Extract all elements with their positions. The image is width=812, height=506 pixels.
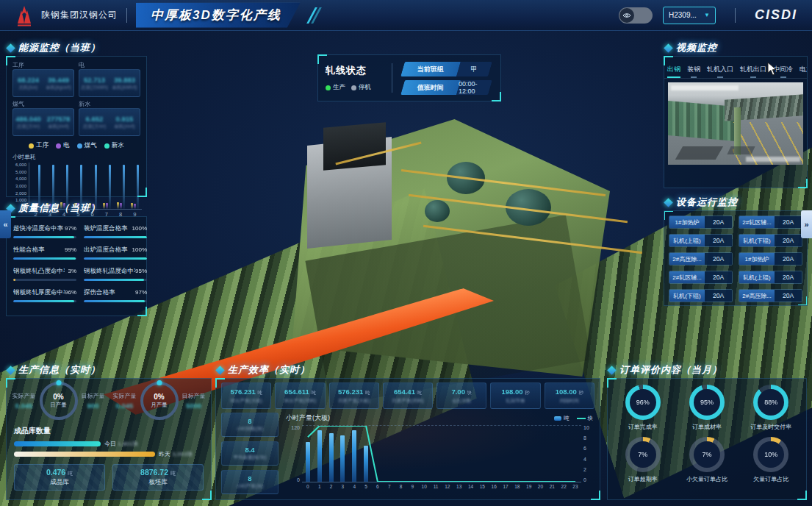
equipment-cell[interactable]: 1#加热炉20A (739, 252, 802, 266)
order-kpi-cell: 10%欠量订单占比 (741, 437, 802, 483)
quality-item-value: 97% (65, 225, 76, 232)
quality-item-value: 95% (135, 268, 147, 274)
actual-output-value: 0.045 (15, 402, 33, 410)
efficiency-unit: 吨 (417, 390, 423, 395)
stock-bar-text: 昨天 3,093块 (159, 450, 193, 458)
quality-item-value: 97% (135, 289, 147, 296)
energy-metric-unit: 单耗(m³/t) (48, 124, 69, 130)
equipment-current-value: 20A (705, 216, 732, 228)
legend-label: 煤气 (85, 141, 97, 150)
x-tick: 19 (523, 484, 535, 489)
mini-card-label: 小时产量(块) (237, 483, 264, 490)
status-dot-icon (326, 85, 331, 90)
ring-percent: 0% (154, 393, 164, 401)
legend-label: 块 (588, 415, 594, 422)
equipment-panel-title: 设备运行监控 (676, 196, 738, 209)
equipment-current-value: 20A (705, 290, 732, 302)
quality-item-label: 钢板终轧温度命中率 (84, 267, 135, 276)
panel-video: 视频监控 出钢装钢轧机入口轧机出口中间冷电加热 (664, 40, 808, 188)
quality-item-label: 性能合格率 (13, 246, 45, 254)
gem-icon (215, 366, 225, 375)
equipment-row: 2#轧区辅...20A轧机(上辊)20A (669, 271, 802, 284)
energy-group-label: 新水 (79, 100, 140, 108)
equipment-name: 2#轧区辅... (739, 216, 775, 228)
equipment-cell[interactable]: 1#加热炉20A (669, 215, 733, 229)
line-status-legend-item: 生产 (326, 83, 345, 92)
equipment-cell[interactable]: 2#轧区辅...20A (669, 271, 733, 284)
actual-output-label: 实际产量 (113, 392, 137, 400)
energy-chart-title: 小时单耗 (7, 152, 146, 163)
collapse-left-panel-button[interactable]: « (0, 210, 11, 238)
stock-bar-text: 今日 1,801块 (104, 440, 138, 448)
efficiency-value: 654.41 吨 (394, 388, 422, 396)
equipment-cell[interactable]: 2#高压除...20A (669, 252, 733, 266)
quality-item: 钢板终轧温度命中率95% (84, 267, 147, 281)
legend-label: 吨 (564, 415, 570, 422)
equipment-cell[interactable]: 轧机(下辊)20A (669, 289, 733, 302)
quality-progress-track (84, 300, 147, 302)
quality-progress-track (13, 300, 76, 302)
video-tab-0[interactable]: 出钢 (667, 65, 680, 78)
line-status-title: 轧线状态 (326, 64, 384, 77)
x-tick: 8 (395, 484, 407, 489)
x-tick: 5 (360, 484, 372, 489)
equipment-row: 2#高压除...20A1#加热炉20A (669, 252, 802, 266)
cctv-thumbnail[interactable] (668, 82, 803, 165)
equipment-name: 2#高压除... (739, 290, 775, 302)
video-tab-5[interactable]: 电加热 (800, 65, 807, 78)
energy-metric-value: 52.713 (84, 76, 105, 84)
hourly-output-chart: 小时产量(大板) 吨块 1200 1086420 012345678910111… (284, 413, 594, 494)
video-tab-2[interactable]: 轧机入口 (707, 65, 733, 78)
equipment-cell[interactable]: 轧机(下辊)20A (739, 234, 802, 247)
efficiency-label: 间隔时间 (560, 398, 579, 405)
quality-item: 性能合格率99% (13, 246, 76, 260)
quality-progress-track (84, 279, 147, 281)
target-output-value: 5000 (186, 402, 201, 410)
stock-bar-row: 昨天 3,093块 (7, 448, 211, 458)
visibility-toggle[interactable] (619, 7, 653, 24)
cisdi-logo: CISDI (755, 7, 797, 23)
ring-percent: 0% (53, 393, 63, 401)
warehouse-label: 成品库 (50, 478, 69, 487)
energy-metric-value: 0.915 (116, 115, 134, 123)
actual-output-value: 0.045 (116, 402, 134, 410)
hourly-legend-item: 块 (577, 415, 594, 422)
collapse-right-panel-button[interactable]: » (801, 210, 812, 238)
warehouse-unit: 吨 (170, 471, 176, 476)
decor-slash (306, 7, 317, 24)
hourly-bar (352, 430, 356, 482)
equipment-cell[interactable]: 轧机(上辊)20A (739, 271, 802, 284)
quality-item-label: 钢板终轧厚度命中率 (13, 288, 65, 297)
x-tick: 7 (384, 484, 395, 489)
energy-metric: 52.713总量(万kWh) (79, 70, 109, 96)
energy-metric-unit: 总耗(tce) (19, 85, 38, 91)
equipment-row: 1#加热炉20A2#轧区辅...20A (669, 215, 802, 229)
equipment-cell[interactable]: 轧机(上辊)20A (669, 234, 733, 247)
energy-metric: 68.224总耗(tce) (13, 70, 43, 96)
batch-select-dropdown[interactable]: H2309... ▼ (663, 7, 716, 24)
order-kpi-cell: 96%订单完成率 (612, 385, 673, 431)
batch-select-value: H2309... (669, 11, 697, 19)
efficiency-unit: 吨 (311, 390, 316, 395)
line-status-field: 当前班组甲 (400, 62, 492, 76)
x-tick: 9 (406, 484, 418, 489)
video-tab-1[interactable]: 装钢 (687, 65, 700, 78)
x-tick: 2 (326, 484, 337, 489)
equipment-cell[interactable]: 2#高压除...20A (739, 289, 802, 302)
donut-percent: 88% (753, 385, 788, 420)
energy-metric: 39.449单耗(kgce/t) (43, 70, 73, 96)
legend-dot-icon (77, 143, 82, 149)
legend-label: 电 (63, 141, 70, 150)
warehouse-card: 0.476 吨成品库 (14, 464, 105, 491)
bar-swatch-icon (554, 416, 561, 421)
x-tick: 11 (430, 484, 442, 489)
video-tab-3[interactable]: 轧机出口 (740, 65, 766, 78)
target-output-value: 900 (87, 402, 99, 410)
equipment-cell[interactable]: 2#轧区辅...20A (739, 215, 802, 229)
energy-metric-unit: 单耗(kWh/t) (112, 85, 137, 91)
energy-group: 煤气486.040总量(万m³)277578单耗(m³/t) (12, 100, 74, 136)
order-kpi-label: 订单成材率 (692, 423, 722, 431)
efficiency-mini-card: 8.4平均单重(吨/块) (221, 441, 279, 466)
order-kpi-cell: 7%小欠量订单占比 (676, 437, 737, 483)
quality-item: 装炉温度合格率100% (84, 224, 147, 238)
